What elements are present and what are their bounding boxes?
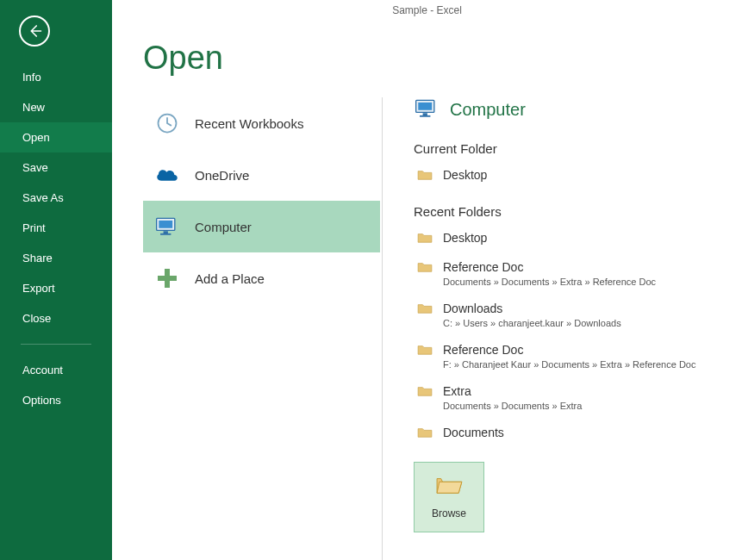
folder-icon [417, 385, 434, 400]
svg-rect-4 [160, 233, 171, 235]
folder-text: Desktop [443, 231, 723, 246]
folder-text: Reference DocF: » Charanjeet Kaur » Docu… [443, 343, 723, 370]
place-computer[interactable]: Computer [143, 201, 380, 252]
sidebar-item-save-as[interactable]: Save As [0, 183, 112, 213]
folder-name: Reference Doc [443, 343, 723, 358]
folder-open-icon [434, 474, 464, 499]
sidebar-item-label: Export [22, 282, 55, 295]
folder-path: Documents » Documents » Extra [443, 401, 723, 412]
folder-entry[interactable]: DownloadsC: » Users » charanjeet.kaur » … [414, 296, 723, 338]
folder-text: DownloadsC: » Users » charanjeet.kaur » … [443, 302, 723, 329]
folder-path: C: » Users » charanjeet.kaur » Downloads [443, 318, 723, 329]
folder-name: Documents [443, 426, 723, 440]
plus-icon [152, 263, 183, 294]
content: Open Recent Workbooks [112, 0, 742, 560]
sidebar-item-label: New [22, 101, 45, 114]
svg-rect-9 [423, 113, 427, 115]
cloud-icon [152, 159, 183, 190]
recent-folders-section: Recent Folders DesktopReference DocDocum… [414, 204, 723, 450]
folder-entry[interactable]: Desktop [414, 163, 723, 192]
svg-rect-6 [158, 276, 177, 281]
sidebar-item-label: Options [22, 394, 61, 407]
place-label: Computer [195, 220, 252, 234]
clock-icon [152, 108, 183, 139]
folder-icon [417, 344, 434, 358]
page-title: Open [143, 40, 742, 77]
recent-folders-label: Recent Folders [414, 204, 723, 219]
main-area: Info New Open Save Save As Print Share E… [0, 0, 742, 560]
sidebar-item-print[interactable]: Print [0, 213, 112, 243]
place-label: Add a Place [195, 271, 265, 286]
recent-folders-list: DesktopReference DocDocuments » Document… [414, 226, 723, 450]
sidebar-item-share[interactable]: Share [0, 243, 112, 273]
browse-button[interactable]: Browse [414, 462, 484, 532]
sidebar-item-info[interactable]: Info [0, 62, 112, 92]
folder-entry[interactable]: Reference DocF: » Charanjeet Kaur » Docu… [414, 338, 723, 379]
place-recent-workbooks[interactable]: Recent Workbooks [143, 97, 380, 149]
folder-text: ExtraDocuments » Documents » Extra [443, 384, 723, 412]
place-add-a-place[interactable]: Add a Place [143, 252, 380, 304]
svg-rect-2 [159, 221, 172, 228]
folder-text: Reference DocDocuments » Documents » Ext… [443, 260, 723, 288]
sidebar-item-label: Account [22, 364, 63, 376]
svg-rect-8 [418, 103, 432, 110]
sidebar-item-label: Print [22, 221, 46, 234]
sidebar-item-save[interactable]: Save [0, 152, 112, 183]
sidebar: Info New Open Save Save As Print Share E… [0, 0, 112, 560]
folder-icon [417, 261, 434, 276]
sidebar-item-label: Open [22, 131, 50, 144]
location-panel: Computer Current Folder Desktop Recent F… [383, 97, 742, 560]
folder-name: Reference Doc [443, 260, 723, 275]
svg-rect-10 [420, 115, 430, 117]
sidebar-item-label: Save As [22, 191, 64, 204]
window-title: Sample - Excel [392, 4, 462, 16]
folder-path: Documents » Documents » Extra » Referenc… [443, 277, 723, 288]
place-onedrive[interactable]: OneDrive [143, 149, 380, 201]
folder-name: Desktop [443, 168, 723, 183]
svg-rect-3 [164, 231, 168, 233]
sidebar-item-label: Save [22, 161, 48, 174]
sidebar-item-new[interactable]: New [0, 92, 112, 122]
folder-name: Extra [443, 384, 723, 399]
sidebar-item-account[interactable]: Account [0, 355, 112, 385]
sidebar-item-label: Info [22, 71, 41, 84]
folder-entry[interactable]: Reference DocDocuments » Documents » Ext… [414, 255, 723, 296]
sidebar-item-label: Share [22, 252, 53, 264]
sidebar-item-open[interactable]: Open [0, 122, 112, 152]
folder-entry[interactable]: ExtraDocuments » Documents » Extra [414, 379, 723, 420]
place-label: Recent Workbooks [195, 116, 303, 131]
computer-icon [152, 211, 183, 242]
arrow-left-icon [27, 23, 42, 39]
current-folder-label: Current Folder [414, 141, 723, 156]
folder-icon [417, 232, 434, 246]
location-heading: Computer [414, 97, 723, 122]
titlebar: Sample - Excel [112, 0, 742, 21]
computer-icon [414, 97, 440, 122]
folder-text: Desktop [443, 168, 723, 183]
browse-label: Browse [432, 507, 466, 520]
sidebar-item-options[interactable]: Options [0, 385, 112, 415]
location-heading-text: Computer [450, 100, 526, 120]
sidebar-item-close[interactable]: Close [0, 303, 112, 333]
folder-entry[interactable]: Documents [414, 420, 723, 450]
columns: Recent Workbooks OneDrive [143, 97, 742, 560]
folder-name: Desktop [443, 231, 723, 246]
folder-icon [417, 169, 434, 184]
folder-icon [417, 426, 434, 441]
place-label: OneDrive [195, 168, 249, 183]
folder-entry[interactable]: Desktop [414, 226, 723, 255]
folder-icon [417, 302, 434, 317]
back-button[interactable] [19, 16, 50, 47]
folder-text: Documents [443, 426, 723, 440]
sidebar-item-export[interactable]: Export [0, 273, 112, 303]
sidebar-item-label: Close [22, 312, 51, 325]
places-list: Recent Workbooks OneDrive [143, 97, 383, 560]
sidebar-divider [21, 344, 91, 345]
folder-path: F: » Charanjeet Kaur » Documents » Extra… [443, 359, 723, 370]
folder-name: Downloads [443, 302, 723, 316]
